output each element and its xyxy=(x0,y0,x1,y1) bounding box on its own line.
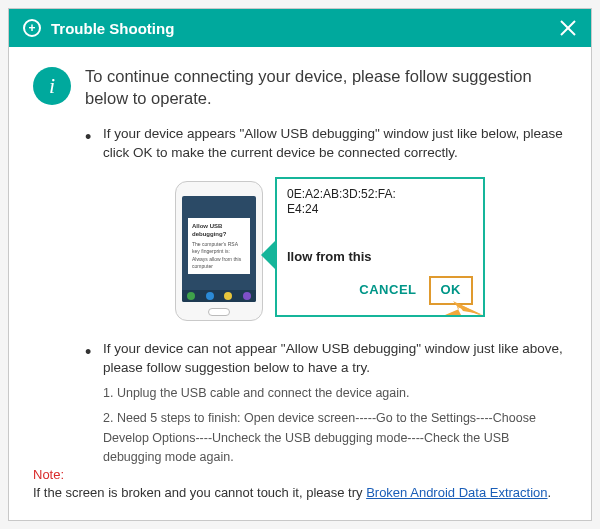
shield-icon: + xyxy=(23,19,41,37)
bullet-2-text: If your device can not appear "Allow USB… xyxy=(103,341,563,376)
arrow-icon xyxy=(445,293,485,317)
close-icon xyxy=(559,19,577,37)
substep-1: 1. Unplug the USB cable and connect the … xyxy=(103,384,567,403)
info-icon: i xyxy=(33,67,71,105)
allow-text-fragment: llow from this xyxy=(287,248,473,267)
zoom-panel: 0E:A2:AB:3D:52:FA: E4:24 llow from this … xyxy=(275,177,485,317)
phone-dock xyxy=(182,290,256,302)
phone-popup: Allow USB debugging? The computer's RSA … xyxy=(188,218,250,274)
broken-android-link[interactable]: Broken Android Data Extraction xyxy=(366,485,547,500)
content-area: i To continue connecting your device, pl… xyxy=(9,47,591,467)
bullet-list: If your device appears "Allow USB debugg… xyxy=(85,124,567,468)
home-button-icon xyxy=(208,308,230,316)
fingerprint-line-1: 0E:A2:AB:3D:52:FA: xyxy=(287,187,473,203)
phone-popup-body: The computer's RSA key fingerprint is: xyxy=(192,241,246,256)
close-button[interactable] xyxy=(559,19,577,37)
note-block: Note: If the screen is broken and you ca… xyxy=(33,466,567,502)
dialog-window: + Trouble Shooting i To continue connect… xyxy=(8,8,592,521)
note-text: If the screen is broken and you cannot t… xyxy=(33,485,366,500)
note-tail: . xyxy=(548,485,552,500)
heading-row: i To continue connecting your device, pl… xyxy=(33,65,567,110)
bullet-item-2: If your device can not appear "Allow USB… xyxy=(85,339,567,468)
phone-popup-title: Allow USB debugging? xyxy=(192,222,246,239)
bullet-1-text: If your device appears "Allow USB debugg… xyxy=(103,126,563,161)
substep-2: 2. Need 5 steps to finish: Open device s… xyxy=(103,409,567,467)
dialog-title: Trouble Shooting xyxy=(51,20,559,37)
dock-icon xyxy=(243,292,251,300)
dock-icon xyxy=(224,292,232,300)
bullet-item-1: If your device appears "Allow USB debugg… xyxy=(85,124,567,327)
svg-marker-3 xyxy=(457,303,483,315)
cancel-label: CANCEL xyxy=(359,281,416,300)
phone-popup-check: Always allow from this computer xyxy=(192,256,246,271)
note-label: Note: xyxy=(33,467,64,482)
dock-icon xyxy=(187,292,195,300)
phone-screen: Allow USB debugging? The computer's RSA … xyxy=(182,196,256,302)
fingerprint-line-2: E4:24 xyxy=(287,202,473,218)
illustration: Allow USB debugging? The computer's RSA … xyxy=(175,177,495,327)
main-message: To continue connecting your device, plea… xyxy=(85,65,567,110)
titlebar: + Trouble Shooting xyxy=(9,9,591,47)
dock-icon xyxy=(206,292,214,300)
